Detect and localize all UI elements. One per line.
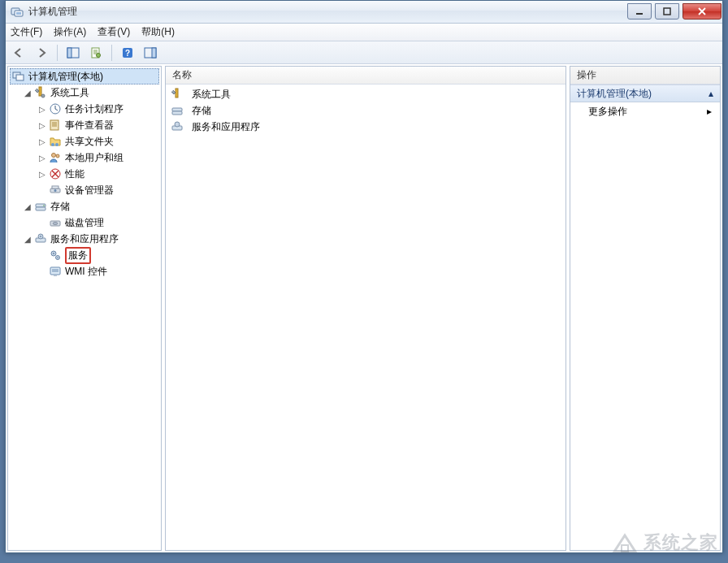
svg-rect-28 — [36, 207, 46, 210]
expand-icon[interactable]: ▷ — [37, 169, 47, 179]
tree-label: WMI 控件 — [65, 265, 107, 279]
expand-icon[interactable]: ▷ — [37, 120, 47, 130]
action-more[interactable]: 更多操作 ▸ — [570, 102, 720, 120]
action-section-header[interactable]: 计算机管理(本地) ▴ — [570, 84, 720, 102]
svg-text:?: ? — [125, 49, 130, 58]
svg-point-20 — [55, 143, 58, 146]
content-area: 计算机管理(本地) ◢ 系统工具 ▷ 任务计划程序 — [6, 64, 722, 552]
forward-button[interactable] — [32, 44, 51, 62]
svg-point-34 — [40, 236, 41, 237]
tree-disk-management[interactable]: 磁盘管理 — [10, 214, 159, 231]
device-icon — [49, 184, 62, 197]
storage-icon — [171, 104, 184, 117]
properties-button[interactable] — [86, 44, 106, 62]
minimize-button[interactable] — [627, 3, 652, 19]
menu-file[interactable]: 文件(F) — [11, 25, 42, 39]
tree-storage[interactable]: ◢ 存储 — [10, 198, 159, 214]
window-controls — [624, 3, 722, 19]
app-window: 计算机管理 文件(F) 操作(A) 查看(V) 帮助(H) — [5, 0, 723, 553]
details-list[interactable]: 系统工具 存储 服务和应用程序 — [166, 84, 566, 550]
tree-device-manager[interactable]: 设备管理器 — [10, 182, 159, 198]
expand-icon[interactable]: ▷ — [37, 136, 47, 146]
tree-system-tools[interactable]: ◢ 系统工具 — [10, 84, 159, 101]
no-expander — [37, 266, 47, 276]
submenu-arrow-icon: ▸ — [707, 106, 712, 117]
collapse-icon[interactable]: ◢ — [23, 88, 32, 97]
tree-services-apps[interactable]: ◢ 服务和应用程序 — [10, 231, 159, 247]
show-action-pane-button[interactable] — [141, 44, 160, 62]
menubar: 文件(F) 操作(A) 查看(V) 帮助(H) — [6, 24, 722, 41]
list-item[interactable]: 服务和应用程序 — [169, 119, 562, 135]
menu-action[interactable]: 操作(A) — [54, 25, 86, 39]
svg-point-22 — [56, 154, 59, 158]
tree-label: 服务和应用程序 — [50, 232, 119, 246]
svg-rect-14 — [16, 75, 24, 80]
clock-icon — [49, 102, 62, 115]
shared-folder-icon — [49, 135, 62, 148]
titlebar[interactable]: 计算机管理 — [6, 1, 722, 24]
svg-point-16 — [41, 94, 45, 97]
menu-view[interactable]: 查看(V) — [98, 25, 130, 39]
list-item-label: 系统工具 — [192, 88, 231, 102]
svg-rect-25 — [52, 186, 58, 188]
svg-rect-12 — [152, 48, 156, 58]
tree-wmi-control[interactable]: WMI 控件 — [10, 263, 159, 279]
gears-icon — [49, 249, 62, 262]
navigation-tree[interactable]: 计算机管理(本地) ◢ 系统工具 ▷ 任务计划程序 — [8, 67, 161, 550]
tools-icon — [171, 88, 184, 101]
svg-rect-40 — [54, 275, 57, 276]
tree-services[interactable]: 服务 — [10, 247, 159, 263]
help-button[interactable]: ? — [118, 44, 137, 62]
action-label: 更多操作 — [588, 105, 627, 119]
details-pane: 名称 系统工具 存储 — [165, 66, 566, 551]
svg-point-21 — [52, 154, 56, 158]
menu-help[interactable]: 帮助(H) — [141, 25, 175, 39]
users-icon — [49, 151, 62, 164]
list-item[interactable]: 存储 — [169, 102, 562, 119]
expand-icon[interactable]: ▷ — [37, 104, 47, 114]
no-expander — [37, 250, 47, 260]
svg-rect-2 — [16, 12, 21, 15]
no-expander — [37, 218, 47, 227]
show-hide-tree-button[interactable] — [63, 44, 83, 62]
storage-icon — [34, 200, 47, 213]
list-item-label: 存储 — [192, 104, 211, 118]
tree-task-scheduler[interactable]: ▷ 任务计划程序 — [10, 101, 159, 117]
svg-rect-3 — [636, 13, 643, 15]
tree-label: 服务 — [68, 249, 88, 261]
svg-rect-18 — [50, 120, 58, 130]
svg-point-45 — [175, 122, 180, 127]
svg-point-38 — [57, 257, 58, 258]
svg-point-26 — [54, 189, 57, 192]
tree-root[interactable]: 计算机管理(本地) — [10, 68, 159, 84]
collapse-icon[interactable]: ◢ — [23, 201, 32, 211]
highlight-marker: 服务 — [65, 247, 91, 264]
close-button[interactable] — [682, 3, 722, 19]
tree-label: 任务计划程序 — [65, 102, 124, 116]
svg-rect-43 — [172, 111, 182, 115]
tree-label: 磁盘管理 — [65, 216, 104, 230]
tree-performance[interactable]: ▷ 性能 — [10, 166, 159, 182]
list-item[interactable]: 系统工具 — [169, 86, 562, 102]
tree-label: 性能 — [65, 167, 84, 181]
tree-event-viewer[interactable]: ▷ 事件查看器 — [10, 117, 159, 133]
tree-label: 系统工具 — [50, 86, 89, 100]
collapse-icon[interactable]: ◢ — [23, 234, 32, 244]
tree-label: 计算机管理(本地) — [28, 70, 103, 84]
tree-shared-folders[interactable]: ▷ 共享文件夹 — [10, 133, 159, 149]
performance-icon — [49, 167, 62, 180]
collapse-arrow-icon: ▴ — [708, 88, 713, 99]
actions-header-label: 操作 — [577, 68, 596, 82]
wmi-icon — [49, 265, 62, 278]
maximize-button[interactable] — [655, 3, 679, 19]
back-button[interactable] — [9, 44, 28, 62]
actions-pane: 操作 计算机管理(本地) ▴ 更多操作 ▸ — [570, 66, 721, 551]
tree-label: 设备管理器 — [65, 184, 114, 197]
expand-icon[interactable]: ▷ — [37, 153, 47, 162]
tree-label: 本地用户和组 — [65, 151, 124, 165]
column-header-name[interactable]: 名称 — [166, 67, 566, 84]
window-title: 计算机管理 — [28, 5, 624, 19]
toolbar-separator — [57, 45, 58, 61]
svg-rect-4 — [664, 8, 670, 15]
tree-local-users[interactable]: ▷ 本地用户和组 — [10, 149, 159, 166]
